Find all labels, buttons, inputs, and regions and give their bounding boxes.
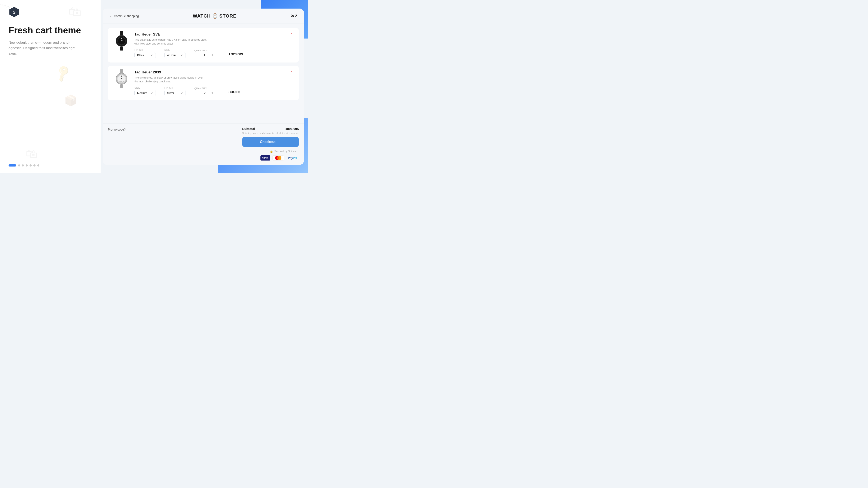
cart-bag-icon: 🛍: [290, 14, 294, 18]
item-2-size-value: Medium: [137, 91, 147, 95]
item-1-quantity-area: Quantity − 1 +: [194, 49, 220, 58]
svg-rect-2: [120, 31, 123, 35]
visa-payment-icon: VISA: [260, 155, 270, 160]
cart-item-1: Tag Heuer SVE This automatic chronograph…: [108, 28, 299, 62]
lock-icon: 🔒: [270, 150, 273, 153]
pagination-dot-6[interactable]: [37, 164, 39, 166]
item-2-quantity-value: 2: [203, 91, 207, 95]
watch-icon: ⌚: [212, 13, 218, 19]
item-2-quantity-controls: − 2 +: [194, 91, 220, 96]
svg-text:S: S: [12, 10, 16, 14]
svg-rect-10: [120, 69, 123, 73]
svg-point-17: [121, 78, 122, 79]
item-1-finish-value: Black: [137, 54, 144, 57]
svg-text:TAG HEUER: TAG HEUER: [119, 81, 124, 82]
deco-box-icon: 📦: [64, 94, 78, 106]
payment-icons: VISA PayPal: [260, 155, 299, 160]
summary-right: Subtotal 1896.00$ Shipping, taxes, and d…: [242, 127, 299, 160]
item-1-quantity-controls: − 1 +: [194, 53, 220, 58]
secured-label: Secured by Snipcart: [274, 150, 298, 153]
svg-rect-11: [120, 85, 123, 88]
cart-item-2: TAG HEUER Tag Heuer 2039 The uncluttered…: [108, 66, 299, 100]
left-panel: S Fresh cart theme New default theme—mod…: [0, 0, 101, 173]
pagination-dot-5[interactable]: [33, 164, 35, 166]
promo-code-link[interactable]: Promo code?: [108, 127, 126, 131]
svg-rect-3: [120, 47, 123, 51]
cart-count-display: 🛍 2: [290, 14, 297, 18]
cart-count-value: 2: [295, 14, 297, 18]
subtotal-label: Subtotal: [242, 127, 255, 130]
secured-row: 🔒 Secured by Snipcart: [269, 150, 299, 153]
continue-shopping-link[interactable]: ← Continue shopping: [110, 14, 139, 18]
subtotal-row: Subtotal 1896.00$: [242, 127, 299, 130]
cart-summary: Promo code? Subtotal 1896.00$ Shipping, …: [103, 123, 304, 165]
deco-bag-icon-top: 🛍: [68, 4, 81, 19]
pagination-dot-1[interactable]: [18, 164, 20, 166]
item-1-desc: This automatic chronograph has a 43mm ca…: [134, 38, 207, 45]
item-2-size-group: Size Medium: [134, 87, 156, 96]
paypal-payment-icon: PayPal: [286, 155, 299, 160]
delete-item-1-button[interactable]: [288, 32, 294, 38]
arrow-left-icon: ←: [110, 14, 113, 18]
item-1-image: [113, 32, 130, 50]
item-2-size-label: Size: [134, 87, 156, 89]
item-2-name: Tag Heuer 2039: [134, 70, 293, 74]
cart-items-list: Tag Heuer SVE This automatic chronograph…: [103, 24, 304, 123]
pagination-dot-0[interactable]: [8, 164, 16, 166]
delete-item-2-button[interactable]: [288, 70, 294, 76]
item-2-decrease-button[interactable]: −: [194, 91, 199, 96]
item-1-details: Tag Heuer SVE This automatic chronograph…: [134, 32, 293, 58]
item-2-options-row: Size Medium Finish Silver: [134, 87, 186, 96]
deco-bag-icon-bottom: 🛍: [26, 147, 37, 160]
pagination-dot-3[interactable]: [26, 164, 28, 166]
item-2-desc: The uncluttered, all-black or grey-faced…: [134, 76, 207, 84]
continue-shopping-label: Continue shopping: [114, 14, 139, 18]
item-2-details: Tag Heuer 2039 The uncluttered, all-blac…: [134, 70, 293, 96]
item-1-quantity-value: 1: [203, 53, 207, 57]
item-1-name: Tag Heuer SVE: [134, 32, 293, 37]
item-1-size-label: Size: [164, 49, 186, 51]
cart-panel: ← Continue shopping WATCH ⌚ STORE 🛍 2: [103, 8, 304, 165]
pagination-dot-2[interactable]: [22, 164, 24, 166]
item-2-image: TAG HEUER: [113, 70, 130, 87]
pagination: [8, 164, 39, 166]
checkout-arrow-icon: →: [278, 140, 281, 144]
item-2-finish-group: Finish Silver: [164, 87, 186, 96]
mastercard-payment-icon: [272, 155, 284, 160]
item-1-increase-button[interactable]: +: [210, 53, 215, 58]
item-1-finish-group: Finish Black: [134, 49, 156, 58]
item-1-finish-label: Finish: [134, 49, 156, 51]
page-title: Fresh cart theme: [8, 25, 92, 35]
page-subtitle: New default theme—modern and brand-agnos…: [8, 40, 77, 56]
item-1-size-group: Size 43 mm: [164, 49, 186, 58]
item-2-finish-value: Silver: [167, 91, 174, 95]
item-1-finish-select[interactable]: Black: [134, 52, 156, 58]
item-2-increase-button[interactable]: +: [210, 91, 215, 96]
shipping-note: Shipping, taxes, and discounts calculate…: [242, 132, 299, 134]
deco-key-icon: 🔑: [53, 64, 73, 83]
store-name-part1: WATCH: [193, 13, 211, 19]
item-2-price: 568.00$: [228, 90, 240, 94]
store-name-part2: STORE: [219, 13, 237, 19]
checkout-button[interactable]: Checkout →: [242, 137, 299, 147]
item-2-quantity-area: Quantity − 2 +: [194, 87, 220, 96]
item-1-size-value: 43 mm: [167, 54, 176, 57]
item-1-qty-label: Quantity: [194, 49, 220, 52]
subtotal-value: 1896.00$: [285, 127, 299, 130]
item-2-qty-label: Quantity: [194, 87, 220, 90]
item-2-finish-label: Finish: [164, 87, 186, 89]
checkout-label: Checkout: [260, 140, 275, 144]
item-1-options-row: Finish Black Size 43 mm: [134, 49, 186, 58]
item-1-size-select[interactable]: 43 mm: [164, 52, 186, 58]
pagination-dot-4[interactable]: [30, 164, 32, 166]
item-1-price: 1 328.00$: [228, 52, 243, 56]
item-2-finish-select[interactable]: Silver: [164, 90, 186, 96]
cart-header: ← Continue shopping WATCH ⌚ STORE 🛍 2: [103, 8, 304, 24]
item-2-size-select[interactable]: Medium: [134, 90, 156, 96]
store-logo: WATCH ⌚ STORE: [193, 13, 237, 19]
item-1-decrease-button[interactable]: −: [194, 53, 199, 58]
svg-point-9: [121, 40, 122, 41]
